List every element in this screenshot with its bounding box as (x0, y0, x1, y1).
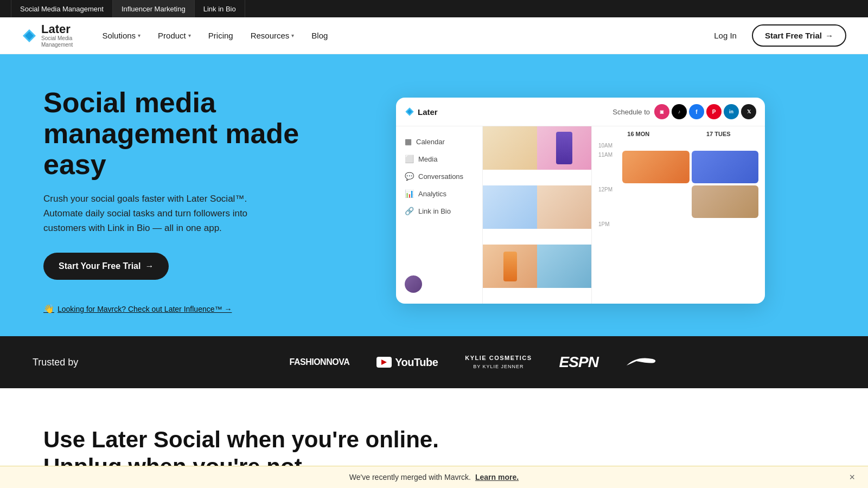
dashboard-card: Later Schedule to ▣ ♪ f P in 𝕏 (396, 98, 765, 304)
dashboard-body: ▦ Calendar ⬜ Media 💬 Conversations 📊 Ana… (396, 126, 765, 304)
brand-logos: FASHIONNOVA YouTube KYLIE COSMETICSBY KY… (111, 354, 835, 371)
chevron-down-icon: ▾ (188, 33, 191, 38)
logo-icon (22, 28, 37, 43)
nav-links: Solutions ▾ Product ▾ Pricing Resources … (94, 27, 707, 44)
topbar-social-media[interactable]: Social Media Management (11, 0, 113, 17)
linkedin-icon: in (724, 104, 739, 119)
trusted-label: Trusted by (33, 357, 78, 368)
hero-description: Crush your social goals faster with Late… (43, 191, 271, 236)
tuesday-header: 17 TUES (679, 131, 759, 137)
hero-title: Social media management made easy (43, 87, 304, 181)
sidebar-analytics[interactable]: 📊 Analytics (396, 185, 482, 202)
nike-logo (626, 355, 657, 370)
dashboard-sidebar: ▦ Calendar ⬜ Media 💬 Conversations 📊 Ana… (396, 126, 483, 304)
chevron-down-icon: ▾ (291, 33, 294, 38)
pinterest-icon: P (706, 104, 722, 119)
nav-right: Log In Start Free Trial → (707, 24, 846, 47)
media-cell (483, 245, 537, 288)
hero-dashboard: Later Schedule to ▣ ♪ f P in 𝕏 (336, 98, 825, 304)
schedule-to-label: Schedule to ▣ ♪ f P in 𝕏 (612, 104, 756, 119)
time-10am: 10AM (598, 142, 620, 149)
dashboard-logo: Later (405, 107, 438, 117)
link-icon: 🔗 (405, 207, 414, 215)
espn-logo: ESPN (559, 354, 598, 371)
nav-resources[interactable]: Resources ▾ (243, 27, 302, 44)
instagram-icon: ▣ (654, 104, 669, 119)
navbar: Later Social MediaManagement Solutions ▾… (0, 17, 868, 54)
youtube-play-icon (376, 357, 392, 368)
sidebar-conversations[interactable]: 💬 Conversations (396, 168, 482, 185)
nav-blog[interactable]: Blog (304, 27, 335, 44)
youtube-logo: YouTube (376, 356, 438, 369)
chevron-down-icon: ▾ (138, 33, 141, 38)
media-cell (483, 126, 537, 170)
media-grid (483, 126, 591, 304)
facebook-icon: f (689, 104, 704, 119)
social-icons: ▣ ♪ f P in 𝕏 (654, 104, 756, 119)
sidebar-media[interactable]: ⬜ Media (396, 150, 482, 168)
media-cell (537, 245, 591, 288)
sidebar-calendar[interactable]: ▦ Calendar (396, 133, 482, 150)
close-notification-button[interactable]: × (849, 472, 855, 483)
top-bar: Social Media Management Influencer Marke… (0, 0, 868, 17)
sidebar-link-in-bio[interactable]: 🔗 Link in Bio (396, 202, 482, 220)
mavrck-link[interactable]: 👋 Looking for Mavrck? Check out Later In… (43, 304, 304, 314)
logo[interactable]: Later Social MediaManagement (22, 23, 73, 48)
kylie-cosmetics-logo: KYLIE COSMETICSBY KYLIE JENNER (465, 354, 532, 371)
time-1pm: 1PM (598, 220, 620, 227)
time-11am: 11AM (598, 151, 620, 183)
cal-event-tuesday (692, 151, 759, 183)
nav-solutions[interactable]: Solutions ▾ (94, 27, 148, 44)
nav-product[interactable]: Product ▾ (150, 27, 199, 44)
trusted-bar: Trusted by FASHIONNOVA YouTube KYLIE COS… (0, 336, 868, 388)
topbar-influencer[interactable]: Influencer Marketing (113, 0, 195, 17)
media-icon: ⬜ (405, 155, 414, 163)
arrow-right-icon: → (145, 261, 154, 271)
wave-emoji: 👋 (43, 304, 54, 314)
fashion-nova-logo: FASHIONNOVA (290, 357, 350, 367)
notification-learn-more[interactable]: Learn more. (475, 473, 519, 481)
hero-section: Social media management made easy Crush … (0, 54, 868, 336)
arrow-right-icon: → (825, 31, 833, 40)
calendar-icon: ▦ (405, 137, 412, 146)
hero-left: Social media management made easy Crush … (43, 87, 304, 314)
time-12pm: 12PM (598, 185, 620, 218)
dashboard-calendar: 16 MON 17 TUES 10AM 11AM (591, 126, 765, 304)
cal-event-tuesday-2 (692, 185, 759, 218)
tiktok-icon: ♪ (672, 104, 687, 119)
calendar-header: 16 MON 17 TUES (596, 131, 761, 137)
cal-event-monday (622, 151, 690, 183)
analytics-icon: 📊 (405, 189, 414, 198)
conversations-icon: 💬 (405, 172, 414, 181)
x-icon: 𝕏 (741, 104, 756, 119)
media-cell (537, 185, 591, 229)
nav-pricing[interactable]: Pricing (201, 27, 241, 44)
media-cell (483, 185, 537, 229)
media-cell (537, 126, 591, 170)
notification-bar: We've recently merged with Mavrck. Learn… (0, 466, 868, 488)
topbar-link-in-bio[interactable]: Link in Bio (195, 0, 245, 17)
login-button[interactable]: Log In (707, 27, 743, 44)
notification-text: We've recently merged with Mavrck. (349, 473, 471, 481)
hero-cta-button[interactable]: Start Your Free Trial → (43, 253, 169, 280)
dashboard-header: Later Schedule to ▣ ♪ f P in 𝕏 (396, 98, 765, 126)
monday-header: 16 MON (598, 131, 679, 137)
logo-text: Later Social MediaManagement (41, 23, 73, 48)
start-free-trial-button[interactable]: Start Free Trial → (752, 24, 846, 47)
